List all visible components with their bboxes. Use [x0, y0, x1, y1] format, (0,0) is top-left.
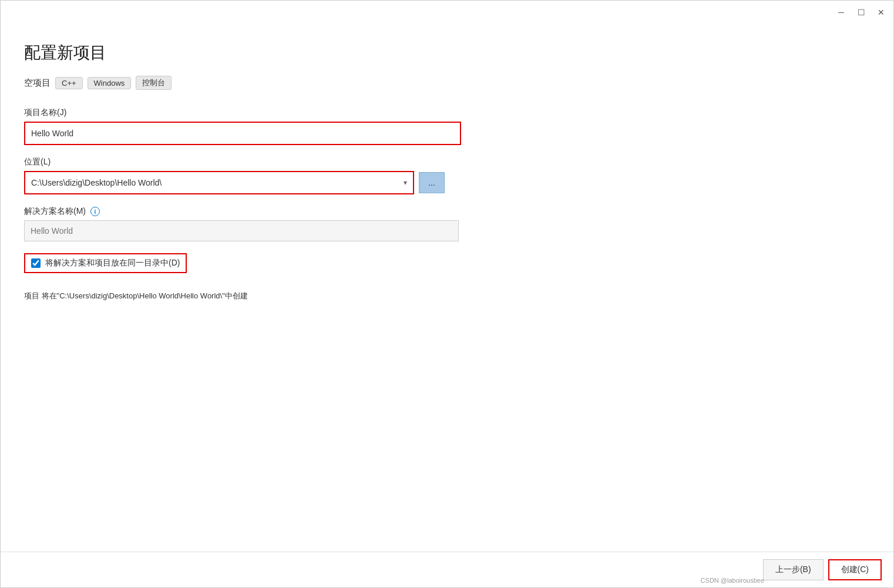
tag-cpp: C++ [55, 77, 83, 89]
create-button[interactable]: 创建(C) [828, 559, 882, 580]
project-name-label: 项目名称(J) [24, 107, 506, 118]
page-title: 配置新项目 [24, 42, 870, 64]
main-window: ─ ☐ ✕ 配置新项目 空项目 C++ Windows 控制台 项目名称(J) [0, 0, 894, 588]
title-bar-controls: ─ ☐ ✕ [836, 7, 886, 18]
tag-windows: Windows [88, 77, 132, 89]
watermark: CSDN @laboirousbee [701, 577, 764, 584]
back-button[interactable]: 上一步(B) [763, 559, 824, 580]
solution-name-input[interactable] [24, 220, 459, 241]
title-bar: ─ ☐ ✕ [1, 1, 893, 24]
form-section: 项目名称(J) 位置(L) C:\Users\dizig\Desktop\Hel… [24, 107, 506, 301]
content-area: 配置新项目 空项目 C++ Windows 控制台 项目名称(J) 位置(L) [1, 24, 893, 552]
project-name-field-group: 项目名称(J) [24, 107, 506, 145]
same-dir-checkbox-label[interactable]: 将解决方案和项目放在同一目录中(D) [24, 253, 187, 273]
solution-name-info-icon[interactable]: i [90, 207, 100, 216]
maximize-button[interactable]: ☐ [856, 7, 866, 18]
subtitle-text: 空项目 [24, 78, 51, 89]
solution-name-field-group: 解决方案名称(M) i [24, 206, 506, 241]
browse-button[interactable]: ... [419, 172, 445, 193]
same-dir-checkbox[interactable] [31, 258, 41, 268]
close-button[interactable]: ✕ [876, 7, 886, 18]
same-dir-checkbox-text: 将解决方案和项目放在同一目录中(D) [45, 258, 180, 268]
tag-console: 控制台 [136, 76, 172, 90]
same-dir-checkbox-row: 将解决方案和项目放在同一目录中(D) [24, 253, 506, 273]
solution-name-label: 解决方案名称(M) [24, 206, 86, 217]
location-select[interactable]: C:\Users\dizig\Desktop\Hello World\ [25, 172, 413, 193]
project-name-input[interactable] [25, 123, 460, 144]
location-label: 位置(L) [24, 157, 506, 167]
subtitle-row: 空项目 C++ Windows 控制台 [24, 76, 870, 90]
minimize-button[interactable]: ─ [836, 7, 846, 18]
location-field-group: 位置(L) C:\Users\dizig\Desktop\Hello World… [24, 157, 506, 194]
info-text: 项目 将在"C:\Users\dizig\Desktop\Hello World… [24, 291, 506, 301]
location-field-row: C:\Users\dizig\Desktop\Hello World\ ... [24, 171, 506, 194]
